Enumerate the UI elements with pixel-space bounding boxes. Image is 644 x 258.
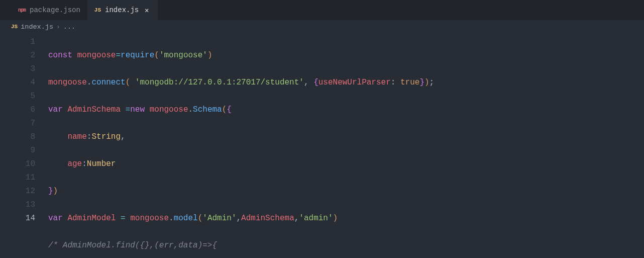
- tab-label: index.js: [105, 6, 139, 14]
- code-line[interactable]: name:String,: [48, 130, 434, 144]
- code-line[interactable]: }): [48, 185, 434, 198]
- editor[interactable]: 1 2 3 4 5 6 7 8 9 10 11 12 13 14 const m…: [0, 33, 644, 258]
- line-number: 11: [0, 171, 35, 185]
- code-line[interactable]: mongoose.connect( 'mongodb://127.0.0.1:2…: [48, 76, 434, 90]
- line-number: 5: [0, 90, 35, 103]
- js-icon: JS: [11, 24, 18, 30]
- tab-index-js[interactable]: JS index.js ✕: [87, 0, 158, 20]
- line-number: 8: [0, 130, 35, 144]
- code-line[interactable]: /* AdminModel.find({},(err,data)=>{: [48, 239, 434, 252]
- tab-bar: npm package.json JS index.js ✕: [0, 0, 644, 20]
- code-line[interactable]: const mongoose=require('mongoose'): [48, 49, 434, 62]
- line-number: 12: [0, 185, 35, 198]
- chevron-right-icon: ›: [56, 23, 60, 31]
- line-number: 13: [0, 198, 35, 212]
- code-line[interactable]: age:Number: [48, 157, 434, 171]
- breadcrumb[interactable]: JS index.js › ...: [0, 20, 644, 33]
- line-number: 14: [0, 212, 35, 225]
- line-number: 7: [0, 117, 35, 130]
- line-number: 1: [0, 35, 35, 49]
- gutter: 1 2 3 4 5 6 7 8 9 10 11 12 13 14: [0, 35, 48, 258]
- close-icon[interactable]: ✕: [143, 6, 151, 14]
- tab-label: package.json: [30, 6, 80, 14]
- npm-icon: npm: [18, 8, 26, 13]
- breadcrumb-file: index.js: [21, 23, 53, 31]
- line-number: 10: [0, 157, 35, 171]
- code-area[interactable]: const mongoose=require('mongoose') mongo…: [48, 35, 434, 258]
- js-icon: JS: [94, 7, 101, 13]
- line-number: 4: [0, 76, 35, 90]
- breadcrumb-rest: ...: [63, 23, 75, 31]
- line-number: 9: [0, 144, 35, 157]
- tab-package-json[interactable]: npm package.json: [11, 0, 87, 20]
- code-line[interactable]: var AdminModel = mongoose.model('Admin',…: [48, 212, 434, 225]
- line-number: 6: [0, 103, 35, 117]
- code-line[interactable]: var AdminSchema =new mongoose.Schema({: [48, 103, 434, 117]
- line-number: 3: [0, 62, 35, 76]
- line-number: 2: [0, 49, 35, 62]
